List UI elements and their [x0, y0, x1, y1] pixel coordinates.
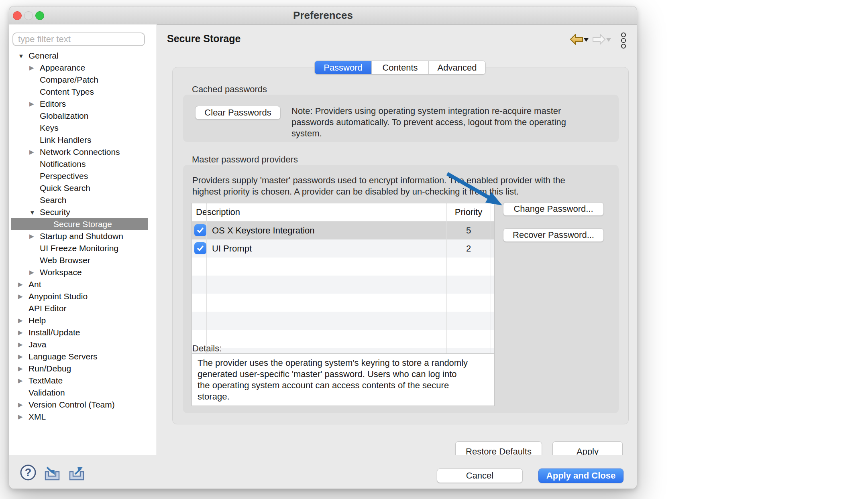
- expander-right-icon[interactable]: ▶: [29, 148, 40, 156]
- tree-item-perspectives[interactable]: Perspectives: [9, 170, 157, 182]
- tree-item-globalization[interactable]: Globalization: [9, 110, 157, 122]
- tab-bar: PasswordContentsAdvanced: [314, 61, 486, 75]
- tab-advanced[interactable]: Advanced: [428, 61, 485, 74]
- checkbox-checked-icon[interactable]: [194, 224, 206, 236]
- tree-item-content-types[interactable]: Content Types: [9, 86, 157, 98]
- tree-item-secure-storage[interactable]: Secure Storage: [11, 218, 148, 230]
- tree-item-ant[interactable]: ▶Ant: [9, 278, 157, 290]
- tree-item-keys[interactable]: Keys: [9, 122, 157, 134]
- provider-row-os-x-keystore-integration[interactable]: OS X Keystore Integration5: [192, 221, 494, 239]
- tree-item-security[interactable]: ▼Security: [9, 206, 157, 218]
- expander-right-icon[interactable]: ▶: [29, 269, 40, 276]
- tree-item-web-browser[interactable]: Web Browser: [9, 254, 157, 266]
- expander-right-icon[interactable]: ▶: [18, 317, 29, 324]
- tree-item-label: Secure Storage: [53, 219, 112, 229]
- tree-item-api-editor[interactable]: API Editor: [9, 302, 157, 314]
- tree-item-compare-patch[interactable]: Compare/Patch: [9, 74, 157, 86]
- window-title: Preferences: [9, 6, 637, 24]
- tree-item-link-handlers[interactable]: Link Handlers: [9, 134, 157, 146]
- expander-right-icon[interactable]: ▶: [18, 341, 29, 348]
- provider-row-empty: [192, 258, 494, 276]
- column-header-description[interactable]: Description: [192, 207, 240, 217]
- provider-row-empty: [192, 276, 494, 294]
- change-password-button[interactable]: Change Password...: [503, 202, 604, 216]
- tree-item-run-debug[interactable]: ▶Run/Debug: [9, 363, 157, 375]
- details-label: Details:: [192, 343, 222, 354]
- tree-item-java[interactable]: ▶Java: [9, 339, 157, 351]
- tree-item-xml[interactable]: ▶XML: [9, 411, 157, 423]
- cancel-button[interactable]: Cancel: [437, 469, 523, 483]
- tree-item-appearance[interactable]: ▶Appearance: [9, 62, 157, 74]
- tree-item-notifications[interactable]: Notifications: [9, 158, 157, 170]
- tree-item-quick-search[interactable]: Quick Search: [9, 182, 157, 194]
- recover-password-button[interactable]: Recover Password...: [503, 228, 604, 242]
- help-icon[interactable]: ?: [19, 464, 37, 481]
- tree-item-general[interactable]: ▼General: [9, 50, 157, 62]
- tree-item-label: Workspace: [40, 268, 82, 277]
- view-menu-icon[interactable]: [620, 32, 627, 49]
- tree-item-label: Search: [40, 195, 67, 205]
- tab-contents[interactable]: Contents: [371, 61, 428, 74]
- expander-right-icon[interactable]: ▶: [29, 233, 40, 240]
- master-providers-description: Providers supply 'master' passwords used…: [192, 175, 565, 197]
- tree-item-install-update[interactable]: ▶Install/Update: [9, 327, 157, 339]
- expander-right-icon[interactable]: ▶: [18, 413, 29, 420]
- provider-row-ui-prompt[interactable]: UI Prompt2: [192, 239, 494, 258]
- tree-item-label: Java: [29, 340, 46, 349]
- apply-and-close-button[interactable]: Apply and Close: [538, 469, 623, 483]
- tree-item-version-control-team[interactable]: ▶Version Control (Team): [9, 399, 157, 411]
- tree-item-network-connections[interactable]: ▶Network Connections: [9, 146, 157, 158]
- tree-item-label: Install/Update: [29, 328, 80, 337]
- expander-right-icon[interactable]: ▶: [18, 401, 29, 408]
- tree-item-label: Version Control (Team): [29, 400, 115, 410]
- back-dropdown-icon[interactable]: [584, 38, 589, 42]
- import-preferences-icon[interactable]: [43, 465, 61, 482]
- forward-dropdown-icon[interactable]: [606, 38, 611, 42]
- tree-item-editors[interactable]: ▶Editors: [9, 98, 157, 110]
- export-preferences-icon[interactable]: [67, 465, 86, 482]
- checkbox-checked-icon[interactable]: [194, 242, 206, 254]
- filter-input[interactable]: [12, 32, 145, 46]
- tree-item-validation[interactable]: Validation: [9, 387, 157, 399]
- tree-item-label: TextMate: [29, 376, 63, 385]
- tree-item-label: Validation: [29, 388, 65, 398]
- tree-item-startup-and-shutdown[interactable]: ▶Startup and Shutdown: [9, 230, 157, 242]
- expander-right-icon[interactable]: ▶: [29, 100, 40, 108]
- expander-right-icon[interactable]: ▶: [18, 329, 29, 336]
- tree-item-label: Globalization: [40, 111, 88, 121]
- tree-item-label: API Editor: [29, 304, 67, 313]
- expander-down-icon[interactable]: ▼: [18, 53, 29, 59]
- tree-item-label: Anypoint Studio: [29, 292, 88, 301]
- clear-passwords-button[interactable]: Clear Passwords: [195, 106, 281, 120]
- providers-table-header: Description Priority: [192, 203, 494, 221]
- expander-down-icon[interactable]: ▼: [29, 209, 40, 216]
- tree-item-label: General: [29, 51, 59, 61]
- tree-item-workspace[interactable]: ▶Workspace: [9, 266, 157, 278]
- expander-right-icon[interactable]: ▶: [18, 377, 29, 384]
- titlebar: Preferences: [9, 6, 637, 25]
- provider-row-empty: [192, 294, 494, 312]
- tree-item-anypoint-studio[interactable]: ▶Anypoint Studio: [9, 290, 157, 302]
- tree-item-help[interactable]: ▶Help: [9, 314, 157, 327]
- tree-item-label: XML: [29, 412, 46, 422]
- expander-right-icon[interactable]: ▶: [29, 64, 40, 71]
- expander-right-icon[interactable]: ▶: [18, 353, 29, 360]
- tree-item-label: Run/Debug: [29, 364, 71, 373]
- tree-item-ui-freeze-monitoring[interactable]: UI Freeze Monitoring: [9, 242, 157, 254]
- expander-right-icon[interactable]: ▶: [18, 293, 29, 300]
- expander-right-icon[interactable]: ▶: [18, 281, 29, 288]
- expander-right-icon[interactable]: ▶: [18, 365, 29, 372]
- tree-item-search[interactable]: Search: [9, 194, 157, 206]
- tree-item-language-servers[interactable]: ▶Language Servers: [9, 351, 157, 363]
- forward-icon[interactable]: [592, 34, 606, 45]
- tree-item-label: Compare/Patch: [40, 75, 98, 85]
- tree-item-label: Startup and Shutdown: [40, 231, 123, 241]
- tree-item-textmate[interactable]: ▶TextMate: [9, 375, 157, 387]
- provider-priority: 5: [446, 225, 491, 236]
- tree-item-label: UI Freeze Monitoring: [40, 243, 118, 253]
- column-header-priority[interactable]: Priority: [446, 207, 491, 217]
- preferences-window: Preferences ▼General▶AppearanceCompare/P…: [9, 6, 637, 489]
- tab-password[interactable]: Password: [315, 61, 371, 74]
- bottom-bar: ? Cancel Apply and Close: [9, 455, 637, 489]
- back-icon[interactable]: [570, 34, 583, 45]
